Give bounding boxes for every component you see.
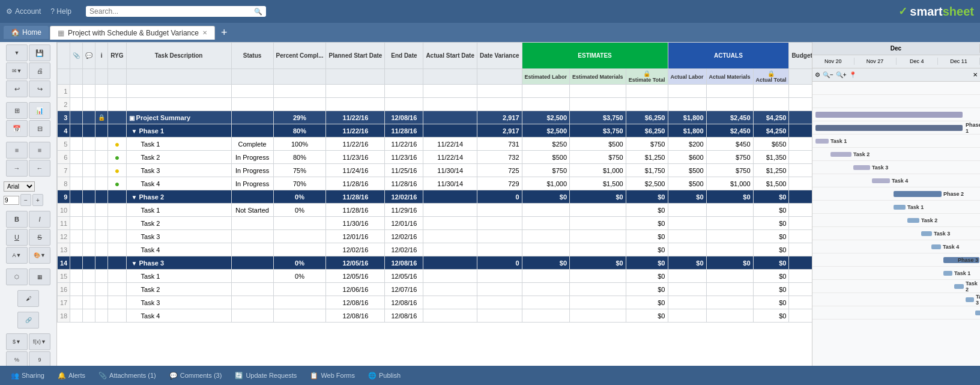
col-subheader-act-mat[interactable]: Actual Materials [706, 69, 753, 85]
table-row[interactable]: 16Task 212/06/1612/07/16$0$0$0 [58, 283, 812, 296]
col-header-pct[interactable]: Percent Compl... [273, 43, 326, 69]
table-row[interactable]: 10Task 1Not Started0%11/28/1611/29/16$0$… [58, 204, 812, 217]
bold-button[interactable]: B [6, 211, 28, 228]
col-header-date-variance[interactable]: Date Variance [477, 43, 522, 69]
calendar-button[interactable]: 📅 [6, 120, 28, 137]
table-row[interactable]: 9▼ Phase 20%11/28/1612/02/160$0$0$0$0$0$… [58, 190, 812, 204]
grid-view-button[interactable]: ⊞ [6, 102, 28, 119]
table-row[interactable]: 6●Task 2In Progress80%11/23/1611/23/1611… [58, 151, 812, 164]
table-row[interactable]: 17Task 312/08/1612/08/16$0$0$0 [58, 296, 812, 309]
col-header-task[interactable]: Task Description [126, 43, 231, 69]
gantt-bar [815, 139, 829, 144]
table-row[interactable]: 18Task 412/08/1612/08/16$0$0$0 [58, 309, 812, 323]
account-icon: ⚙ [6, 7, 13, 16]
account-menu[interactable]: ⚙ Account [6, 7, 41, 16]
gantt-bar [921, 231, 932, 236]
comments-button[interactable]: 💬 Comments (3) [163, 369, 228, 382]
help-menu[interactable]: ? Help [50, 7, 71, 16]
redo-button[interactable]: ↪ [29, 80, 50, 97]
outdent-button[interactable]: ← [29, 160, 50, 177]
tab-sheet[interactable]: ▦ Project with Schedule & Budget Varianc… [50, 26, 215, 40]
search-input[interactable] [89, 7, 254, 16]
web-forms-button[interactable]: 📋 Web Forms [304, 369, 361, 382]
align-right-button[interactable]: ≡ [29, 142, 50, 159]
font-decrease-button[interactable]: − [20, 194, 31, 206]
gantt-zoom-in-icon[interactable]: 🔍+ [836, 71, 847, 78]
publish-button[interactable]: 🌐 Publish [362, 369, 407, 382]
gantt-label: Phase 3 [958, 257, 978, 263]
grid-container[interactable]: 📎 💬 i RYG Task Description Status Percen… [57, 42, 812, 366]
gantt-close-icon[interactable]: ✕ [973, 71, 978, 78]
table-format-button[interactable]: ▦ [29, 268, 50, 285]
fill-color-button[interactable]: 🎨▼ [29, 247, 50, 264]
col-subheader-planned [326, 69, 385, 85]
gantt-settings-icon[interactable]: ⚙ [815, 71, 820, 78]
strikethrough-button[interactable]: S [29, 229, 50, 246]
save-button[interactable]: 💾 [29, 44, 50, 61]
currency-button[interactable]: $▼ [6, 333, 28, 350]
col-header-planned-start[interactable]: Planned Start Date [326, 43, 385, 69]
col-subheader-est-labor[interactable]: Estimated Labor [522, 69, 570, 85]
table-row[interactable]: 5●Task 1Complete100%11/22/1611/22/1611/2… [58, 138, 812, 151]
conditional-format-button[interactable]: ⬡ [6, 268, 28, 285]
gantt-label: Task 4 [943, 244, 959, 250]
col-subheader-est-total[interactable]: 🔒Estimate Total [626, 69, 668, 85]
table-row[interactable]: 2 [58, 98, 812, 111]
table-row[interactable]: 1 [58, 85, 812, 98]
attachments-button[interactable]: 📎 Attachments (1) [92, 369, 162, 382]
col-header-actual-start[interactable]: Actual Start Date [423, 43, 477, 69]
gantt-zoom-out-icon[interactable]: 🔍− [823, 71, 833, 78]
print-button[interactable]: 🖨 [29, 62, 50, 79]
underline-button[interactable]: U [6, 229, 28, 246]
align-left-button[interactable]: ≡ [6, 142, 28, 159]
new-button[interactable]: ▼ [6, 44, 28, 61]
font-size-input[interactable] [4, 196, 19, 205]
undo-button[interactable]: ↩ [6, 80, 28, 97]
update-requests-button[interactable]: 🔄 Update Requests [229, 369, 303, 382]
gantt-row: Task 1 [812, 267, 980, 280]
col-header-end-date[interactable]: End Date [385, 43, 423, 69]
indent-button[interactable]: → [6, 160, 28, 177]
table-row[interactable]: 7●Task 3In Progress75%11/24/1611/25/1611… [58, 164, 812, 177]
table-row[interactable]: 11Task 211/30/1612/01/16$0$0$0 [58, 217, 812, 230]
link-button[interactable]: 🔗 [17, 312, 39, 329]
email-button[interactable]: ✉▼ [6, 62, 28, 79]
font-increase-button[interactable]: + [32, 194, 43, 206]
text-color-button[interactable]: A▼ [6, 247, 28, 264]
col-header-budget-variance[interactable]: Budget Variance [789, 43, 812, 69]
main-grid: 📎 💬 i RYG Task Description Status Percen… [57, 42, 812, 323]
font-family-select[interactable]: Arial [4, 181, 35, 192]
table-row[interactable]: 12Task 312/01/1612/02/16$0$0$0 [58, 230, 812, 243]
table-row[interactable]: 8●Task 4In Progress70%11/28/1611/28/1611… [58, 177, 812, 190]
search-icon: 🔍 [254, 8, 262, 16]
italic-button[interactable]: I [29, 211, 50, 228]
table-row[interactable]: 3🔒▣ Project Summary29%11/22/1612/08/162,… [58, 111, 812, 124]
alerts-button[interactable]: 🔔 Alerts [52, 369, 91, 382]
col-subheader-act-labor[interactable]: Actual Labor [668, 69, 706, 85]
tab-add-button[interactable]: + [216, 26, 232, 39]
table-row[interactable]: 14▼ Phase 30%12/05/1612/08/160$0$0$0$0$0… [58, 256, 812, 270]
col-header-status[interactable]: Status [231, 43, 273, 69]
table-row[interactable]: 4▼ Phase 180%11/22/1611/28/162,917$2,500… [58, 124, 812, 138]
tab-bar: 🏠 Home ▦ Project with Schedule & Budget … [0, 23, 980, 42]
comma-button[interactable]: 9 [29, 351, 50, 366]
col-subheader-est-mat[interactable]: Estimated Materials [570, 69, 626, 85]
table-row[interactable]: 13Task 412/02/1612/02/16$0$0$0 [58, 243, 812, 256]
table-row[interactable]: 15Task 10%12/05/1612/05/16$0$0$0 [58, 270, 812, 283]
gantt-today-icon[interactable]: 📍 [849, 71, 856, 78]
sharing-button[interactable]: 👥 Sharing [5, 369, 50, 382]
col-header-ryg[interactable]: RYG [108, 43, 126, 69]
paint-bucket-button[interactable]: 🖌 [17, 290, 39, 307]
report-button[interactable]: 📊 [29, 102, 50, 119]
tab-home[interactable]: 🏠 Home [4, 26, 49, 39]
home-icon: 🏠 [11, 28, 20, 37]
tab-close-icon[interactable]: ✕ [202, 29, 207, 36]
gantt-row: Task 1 [812, 201, 980, 214]
gantt-row: Task 4 [812, 174, 980, 187]
gantt-row: Task 2 [812, 214, 980, 227]
percent-button[interactable]: % [6, 351, 28, 366]
card-button[interactable]: ⊟ [29, 120, 50, 137]
function-button[interactable]: f(x)▼ [29, 333, 50, 350]
col-subheader-act-total[interactable]: 🔒Actual Total [753, 69, 789, 85]
search-box[interactable]: 🔍 [86, 6, 266, 17]
